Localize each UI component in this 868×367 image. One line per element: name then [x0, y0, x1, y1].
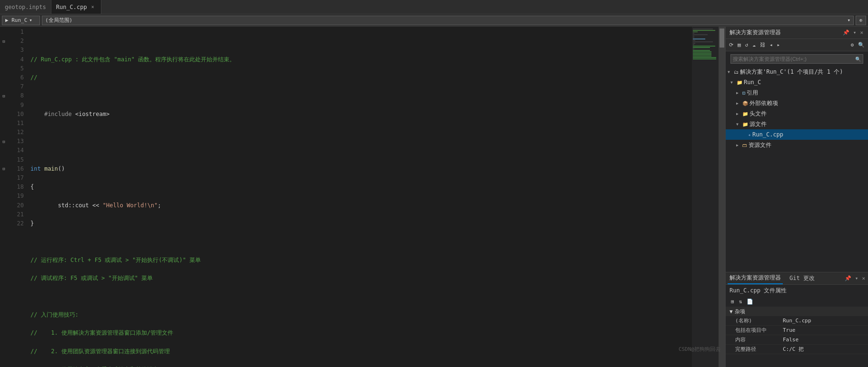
props-arrow-icon[interactable]: ▾ [854, 275, 859, 282]
se-refresh-icon[interactable]: ↺ [744, 41, 750, 49]
props-grid-icon[interactable]: ⊞ [730, 298, 736, 306]
gutter-13[interactable]: ⊟ [0, 137, 8, 146]
gutter-8[interactable]: ⊟ [0, 91, 8, 100]
props-val-path: C:/C 把 [783, 346, 864, 353]
solution-label: 解决方案'Run_C'(1 个项目/共 1 个) [740, 68, 843, 76]
editor-content[interactable]: ⊟ ⊟ ⊟ ⊟ [0, 27, 725, 367]
ext-label: 外部依赖项 [750, 99, 778, 107]
gutter-19 [0, 192, 8, 201]
scope-dropdown[interactable]: (全局范围) ▾ [42, 16, 854, 25]
gutter-17 [0, 174, 8, 183]
props-close-icon[interactable]: ✕ [861, 275, 866, 282]
minimap [692, 27, 719, 367]
se-filter-icon[interactable]: ▤ [736, 41, 742, 49]
panel-pin-icon[interactable]: 📌 [842, 29, 850, 36]
right-panel: 解决方案资源管理器 📌 ▾ ✕ ⟳ ▤ ↺ ☁ ⛓ ◂ ▸ ⚙ 🔍 🔍 [725, 27, 868, 367]
tab-runc[interactable]: Run_C.cpp × [51, 0, 101, 14]
code-line-12 [30, 237, 692, 246]
scrollbar-thumb[interactable] [720, 29, 724, 48]
se-search-row: 🔍 [726, 51, 868, 67]
code-line-16: // 入门使用技巧: [30, 310, 692, 319]
panel-arrow-icon[interactable]: ▾ [852, 29, 858, 36]
tab-geotop[interactable]: geotop.inpts [0, 0, 51, 14]
se-add-icon[interactable]: ☁ [751, 41, 757, 49]
code-line-1 [30, 37, 692, 46]
solution-explorer-title: 解决方案资源管理器 [730, 29, 781, 37]
project-label: Run_C [744, 79, 761, 86]
bottom-tab-icons: 📌 ▾ ✕ [844, 275, 866, 282]
ref-label: 引用 [747, 89, 758, 97]
code-line-19: // 3. 使用输出窗口查看生成输出和其他消息 [30, 365, 692, 367]
toolbar: ▶ Run_C ▾ (全局范围) ▾ ⊕ [0, 14, 868, 27]
props-group-misc[interactable]: ▼ 杂项 [726, 307, 868, 316]
code-line-15 [30, 292, 692, 301]
gutter-2[interactable]: ⊟ [0, 37, 8, 46]
se-search-input[interactable] [733, 56, 855, 62]
props-val-content: False [783, 337, 864, 343]
tree-solution-root[interactable]: ▼ 🗂 解决方案'Run_C'(1 个项目/共 1 个) [726, 67, 868, 77]
scope-chevron: ▾ [847, 17, 850, 23]
add-scope-icon: ⊕ [859, 18, 862, 23]
tree-solution-expand: ▼ [728, 70, 732, 74]
code-line-8: int main() [30, 164, 692, 174]
tree-sources[interactable]: ▼ 📁 源文件 [726, 119, 868, 129]
tab-solution-explorer[interactable]: 解决方案资源管理器 [728, 272, 783, 284]
gutter-21 [0, 210, 8, 219]
props-pin-icon[interactable]: 📌 [844, 275, 852, 282]
solution-explorer-titlebar: 解决方案资源管理器 📌 ▾ ✕ [726, 27, 868, 39]
gutter-14 [0, 146, 8, 155]
se-link-icon[interactable]: ⛓ [759, 41, 767, 49]
editor-area: ⊟ ⊟ ⊟ ⊟ [0, 27, 725, 367]
gutter-9 [0, 101, 8, 110]
props-toolbar: ⊞ ⇅ 📄 [726, 297, 868, 307]
se-search-box[interactable]: 🔍 [730, 54, 863, 64]
code-editor[interactable]: // Run_C.cpp : 此文件包含 "main" 函数。程序执行将在此处开… [27, 27, 692, 367]
solution-icon: 🗂 [734, 69, 739, 75]
se-prev-icon[interactable]: ◂ [768, 41, 774, 49]
run-config-chevron: ▾ [29, 17, 32, 23]
code-line-17: // 1. 使用解决方案资源管理器窗口添加/管理文件 [30, 328, 692, 338]
panel-close-icon[interactable]: ✕ [859, 29, 864, 36]
props-row-content: 内容 False [726, 335, 868, 345]
gutter-15 [0, 155, 8, 164]
sources-label: 源文件 [750, 120, 767, 128]
gutter-3 [0, 46, 8, 55]
tree-project-runc[interactable]: ▼ 📁 Run_C [726, 77, 868, 87]
code-line-4 [30, 91, 692, 100]
tab-git-changes[interactable]: Git 更改 [788, 272, 817, 284]
ext-icon: 📦 [742, 101, 748, 106]
add-scope-button[interactable]: ⊕ [856, 16, 866, 25]
tree-runc-cpp[interactable]: ✦ Run_C.cpp [726, 129, 868, 140]
ref-icon: ⊡ [742, 90, 745, 96]
props-page-icon[interactable]: 📄 [745, 298, 755, 306]
se-search-glass: 🔍 [855, 57, 861, 62]
code-line-11: } [30, 219, 692, 228]
run-config-dropdown[interactable]: ▶ Run_C ▾ [2, 16, 40, 25]
tree-headers[interactable]: ▶ 📁 头文件 [726, 108, 868, 119]
editor-scrollbar[interactable] [719, 27, 725, 367]
tab-runc-label: Run_C.cpp [56, 4, 87, 10]
code-line-18: // 2. 使用团队资源管理器窗口连接到源代码管理 [30, 347, 692, 356]
tree-resources[interactable]: ▶ 🗃 资源文件 [726, 140, 868, 150]
gutter-12 [0, 128, 8, 137]
res-icon: 🗃 [742, 143, 747, 148]
gutter-18 [0, 183, 8, 192]
tree-ext-deps[interactable]: ▶ 📦 外部依赖项 [726, 98, 868, 108]
props-sort-icon[interactable]: ⇅ [738, 298, 744, 306]
gutter-10 [0, 110, 8, 119]
se-next-icon[interactable]: ▸ [776, 41, 782, 49]
tree-references[interactable]: ▶ ⊡ 引用 [726, 87, 868, 98]
gutter-11 [0, 119, 8, 128]
se-gear-icon[interactable]: ⚙ [849, 41, 855, 49]
se-sync-icon[interactable]: ⟳ [728, 41, 735, 49]
gutter-1 [0, 28, 8, 37]
project-icon: 📁 [737, 80, 742, 85]
tree-res-expand: ▶ [736, 143, 741, 147]
bottom-panel: 解决方案资源管理器 Git 更改 📌 ▾ ✕ Run_C.cpp 文件属性 ⊞ … [726, 272, 868, 367]
tab-runc-close[interactable]: × [89, 4, 96, 10]
props-row-include: 包括在项目中 True [726, 326, 868, 335]
props-key-content: 内容 [735, 336, 783, 343]
se-search-icon[interactable]: 🔍 [857, 41, 866, 49]
gutter-16[interactable]: ⊟ [0, 164, 8, 174]
editor-gutter: ⊟ ⊟ ⊟ ⊟ [0, 27, 8, 367]
